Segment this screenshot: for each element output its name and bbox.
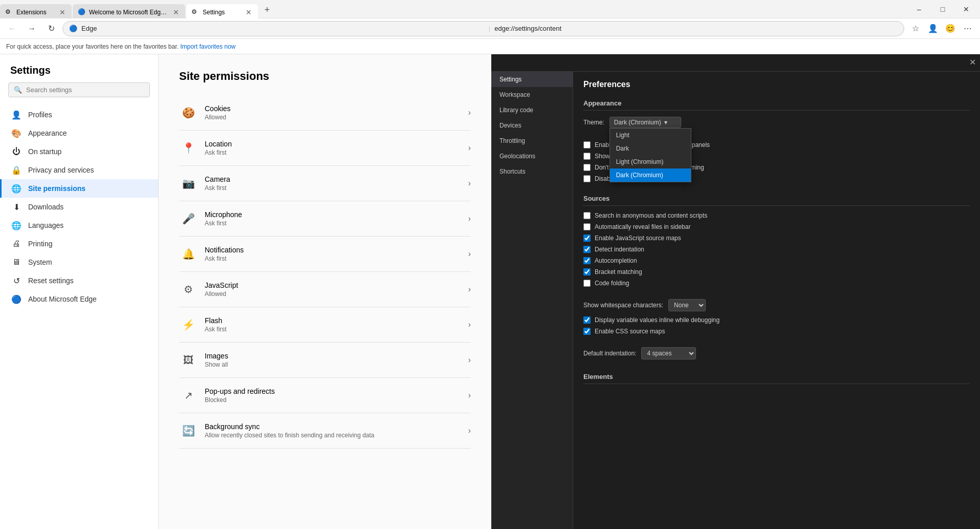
search-settings-input[interactable]	[26, 86, 144, 94]
import-favorites-link[interactable]: Import favorites now	[180, 43, 235, 50]
sidebar-item-privacy[interactable]: 🔒 Privacy and services	[0, 161, 158, 179]
sidebar-item-downloads[interactable]: ⬇ Downloads	[0, 198, 158, 216]
settings-title: Settings	[0, 54, 158, 82]
cookies-info: Cookies Allowed	[205, 104, 468, 121]
minimize-button[interactable]: –	[907, 0, 931, 18]
bracket-matching-checkbox[interactable]	[583, 268, 591, 276]
detect-indentation-checkbox[interactable]	[583, 246, 591, 253]
auto-reveal-checkbox[interactable]	[583, 223, 591, 230]
theme-option-light[interactable]: Light	[610, 129, 691, 142]
favorites-button[interactable]: ☆	[907, 20, 924, 37]
display-var-values-label: Display variable values inline while deb…	[595, 316, 720, 324]
permission-microphone[interactable]: 🎤 Microphone Ask first ›	[179, 201, 471, 237]
devtools-nav-geolocations[interactable]: Geolocations	[491, 149, 573, 164]
tab-extensions-close[interactable]: ✕	[58, 7, 67, 17]
permission-popups[interactable]: ↗ Pop-ups and redirects Blocked ›	[179, 378, 471, 413]
url-bar[interactable]: 🔵 Edge | edge://settings/content	[62, 21, 904, 36]
maximize-button[interactable]: □	[931, 0, 954, 18]
flash-icon: ⚡	[179, 315, 198, 334]
permission-cookies[interactable]: 🍪 Cookies Allowed ›	[179, 95, 471, 131]
disable-paused-checkbox[interactable]	[583, 175, 591, 182]
devtools-close-button[interactable]: ✕	[969, 57, 976, 67]
enable-ctrl-checkbox[interactable]	[583, 141, 591, 149]
images-icon: 🖼	[179, 351, 198, 369]
search-anonymous-checkbox[interactable]	[583, 212, 591, 219]
search-anonymous-label: Search in anonymous and content scripts	[595, 212, 707, 219]
tab-welcome-label: Welcome to Microsoft Edge De...	[89, 9, 169, 16]
theme-option-dark[interactable]: Dark	[610, 142, 691, 155]
sidebar-item-site-permissions[interactable]: 🌐 Site permissions	[0, 179, 158, 198]
permission-flash[interactable]: ⚡ Flash Ask first ›	[179, 307, 471, 343]
whitespace-select[interactable]: None Trailing All	[668, 299, 706, 311]
theme-row: Theme: Dark (Chromium) ▾ Light Dark Ligh…	[583, 117, 970, 128]
popups-name: Pop-ups and redirects	[205, 387, 468, 395]
notifications-name: Notifications	[205, 246, 468, 254]
sidebar-item-system[interactable]: 🖥 System	[0, 253, 158, 271]
show-third-party-checkbox[interactable]	[583, 153, 591, 160]
permission-notifications[interactable]: 🔔 Notifications Ask first ›	[179, 237, 471, 272]
sidebar-item-on-startup[interactable]: ⏻ On startup	[0, 142, 158, 161]
devtools-nav-workspace[interactable]: Workspace	[491, 87, 573, 102]
theme-select-button[interactable]: Dark (Chromium) ▾	[609, 117, 681, 128]
camera-arrow: ›	[468, 179, 471, 188]
theme-select-wrapper[interactable]: Dark (Chromium) ▾ Light Dark Light (Chro…	[609, 117, 681, 128]
permission-location[interactable]: 📍 Location Ask first ›	[179, 131, 471, 166]
sidebar-item-printing[interactable]: 🖨 Printing	[0, 235, 158, 253]
popups-arrow: ›	[468, 391, 471, 400]
printing-icon: 🖨	[12, 239, 21, 248]
tab-settings-close[interactable]: ✕	[245, 7, 253, 17]
languages-icon: 🌐	[12, 221, 21, 230]
permission-camera[interactable]: 📷 Camera Ask first ›	[179, 166, 471, 201]
search-settings-container[interactable]: 🔍	[8, 82, 150, 97]
prefs-title: Preferences	[583, 80, 970, 89]
theme-option-light-chromium[interactable]: Light (Chromium)	[610, 155, 691, 168]
back-button[interactable]: ←	[4, 20, 20, 37]
permission-javascript[interactable]: ⚙ JavaScript Allowed ›	[179, 272, 471, 307]
search-anonymous-row: Search in anonymous and content scripts	[583, 212, 970, 219]
profile-button[interactable]: 👤	[925, 20, 941, 37]
autocompletion-row: Autocompletion	[583, 257, 970, 264]
dont-show-chrome-checkbox[interactable]	[583, 164, 591, 171]
new-tab-button[interactable]: +	[259, 2, 275, 18]
tab-extensions-label: Extensions	[16, 9, 55, 16]
code-folding-checkbox[interactable]	[583, 280, 591, 287]
notifications-arrow: ›	[468, 249, 471, 259]
cookies-status: Allowed	[205, 114, 468, 121]
enable-css-source-maps-checkbox[interactable]	[583, 328, 591, 335]
devtools-nav-library-code[interactable]: Library code	[491, 102, 573, 118]
default-indentation-select[interactable]: 4 spaces 2 spaces 8 spaces Tab character	[641, 347, 696, 359]
popups-status: Blocked	[205, 396, 468, 404]
reload-button[interactable]: ↻	[43, 20, 59, 37]
devtools-nav-throttling[interactable]: Throttling	[491, 133, 573, 149]
sidebar-item-appearance[interactable]: 🎨 Appearance	[0, 124, 158, 142]
autocompletion-checkbox[interactable]	[583, 257, 591, 264]
devtools-header	[491, 54, 980, 72]
theme-option-dark-chromium[interactable]: Dark (Chromium)	[610, 168, 691, 182]
close-button[interactable]: ✕	[954, 0, 978, 18]
devtools-nav-devices[interactable]: Devices	[491, 118, 573, 133]
emoji-button[interactable]: 😊	[942, 20, 959, 37]
tab-welcome-close[interactable]: ✕	[172, 7, 180, 17]
permission-images[interactable]: 🖼 Images Show all ›	[179, 343, 471, 378]
sidebar-item-about[interactable]: 🔵 About Microsoft Edge	[0, 290, 158, 308]
sidebar-item-languages[interactable]: 🌐 Languages	[0, 216, 158, 235]
permission-background-sync[interactable]: 🔄 Background sync Allow recently closed …	[179, 413, 471, 449]
site-permissions-icon: 🌐	[12, 184, 21, 193]
address-bar: ← → ↻ 🔵 Edge | edge://settings/content ☆…	[0, 18, 980, 39]
theme-dropdown-arrow: ▾	[664, 119, 667, 126]
display-var-values-checkbox[interactable]	[583, 316, 591, 324]
forward-button[interactable]: →	[24, 20, 40, 37]
tab-settings[interactable]: ⚙ Settings ✕	[186, 4, 258, 18]
enable-js-source-maps-checkbox[interactable]	[583, 235, 591, 242]
sidebar-item-reset[interactable]: ↺ Reset settings	[0, 271, 158, 290]
devtools-nav-preferences[interactable]: Settings	[491, 72, 573, 87]
system-icon: 🖥	[12, 258, 21, 267]
toolbar-icons: ☆ 👤 😊 ⋯	[907, 20, 976, 37]
camera-info: Camera Ask first	[205, 175, 468, 192]
main-content: Settings 🔍 👤 Profiles 🎨 Appearance ⏻ On …	[0, 54, 980, 529]
tab-welcome[interactable]: 🔵 Welcome to Microsoft Edge De... ✕	[73, 4, 185, 18]
devtools-nav-shortcuts[interactable]: Shortcuts	[491, 164, 573, 179]
tab-extensions[interactable]: ⚙ Extensions ✕	[0, 4, 72, 18]
sidebar-item-profiles[interactable]: 👤 Profiles	[0, 105, 158, 124]
menu-button[interactable]: ⋯	[960, 20, 976, 37]
